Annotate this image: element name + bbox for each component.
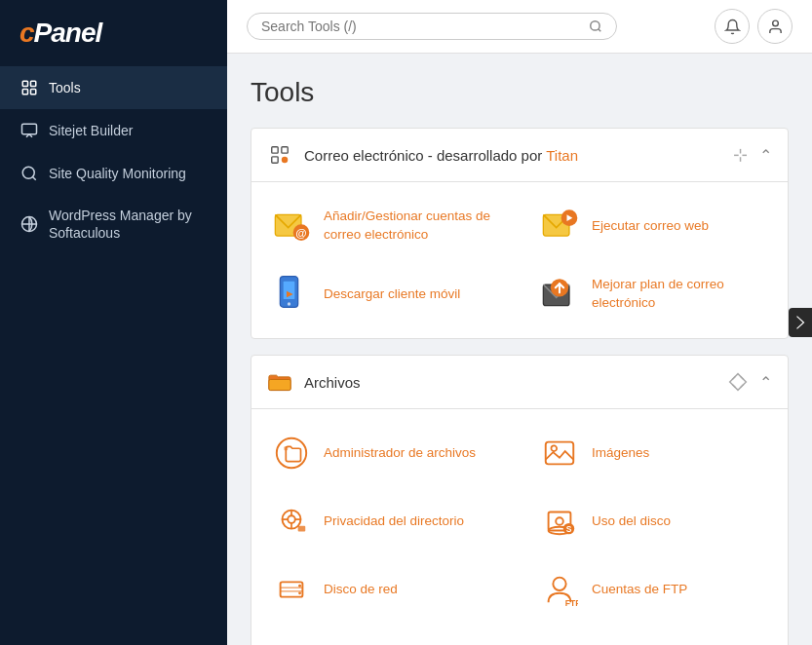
svg-rect-4: [22, 124, 37, 134]
images-item[interactable]: Imágenes: [520, 419, 788, 487]
svg-text:S: S: [566, 524, 572, 534]
network-disk-label: Disco de red: [324, 581, 398, 599]
add-email-item[interactable]: @ Añadir/Gestionar cuentas de correo ele…: [251, 192, 520, 260]
svg-point-5: [22, 167, 34, 178]
sidebar: cPanel Tools Sitejet Builder Site Qualit…: [0, 0, 227, 645]
ftp-accounts-item[interactable]: FTP Cuentas de FTP: [520, 555, 788, 624]
svg-rect-47: [281, 588, 303, 591]
email-section-title: Correo electrónico - desarrollado por Ti…: [304, 147, 714, 164]
svg-rect-14: [272, 157, 278, 163]
svg-point-50: [553, 578, 565, 590]
add-email-label: Añadir/Gestionar cuentas de correo elect…: [324, 208, 500, 245]
svg-point-48: [298, 585, 301, 588]
svg-rect-32: [546, 442, 574, 465]
network-disk-icon: [271, 569, 312, 610]
files-section: Archivos ⌃: [251, 355, 789, 645]
sidebar-item-sitejet-label: Sitejet Builder: [49, 122, 133, 139]
svg-rect-0: [22, 81, 27, 86]
sidebar-item-tools-label: Tools: [49, 79, 81, 96]
mobile-client-label: Descargar cliente móvil: [324, 285, 460, 304]
sidebar-logo: cPanel: [0, 0, 227, 66]
search-bar[interactable]: [247, 13, 617, 40]
tools-icon: [19, 78, 39, 97]
upgrade-email-item[interactable]: Mejorar plan de correo electrónico: [520, 260, 788, 328]
mobile-client-icon: [271, 274, 312, 315]
sidebar-item-wordpress-label: WordPress Manager by Softaculous: [49, 207, 208, 242]
files-drag-icon: [728, 372, 748, 392]
disk-usage-label: Uso del disco: [592, 512, 671, 531]
dir-privacy-label: Privacidad del directorio: [324, 512, 464, 531]
svg-text:@: @: [295, 226, 306, 239]
header: [227, 0, 812, 54]
svg-rect-3: [31, 90, 36, 95]
sidebar-item-site-quality[interactable]: Site Quality Monitoring: [0, 152, 227, 195]
dir-privacy-icon: [271, 501, 312, 542]
svg-rect-40: [298, 526, 306, 532]
email-section-icon: [267, 142, 292, 168]
images-label: Imágenes: [592, 444, 649, 463]
files-chevron-up-icon: ⌃: [759, 373, 772, 392]
chevron-up-icon: ⌃: [759, 146, 772, 165]
sidebar-item-tools[interactable]: Tools: [0, 66, 227, 109]
svg-point-11: [772, 20, 778, 26]
svg-point-43: [556, 517, 563, 525]
webmail-item[interactable]: Ejecutar correo web: [520, 192, 788, 260]
file-manager-item[interactable]: Administrador de archivos: [251, 419, 520, 487]
ftp-anon-item[interactable]: FTP FTP anónimo: [520, 624, 788, 645]
floating-badge[interactable]: [789, 308, 812, 337]
mobile-client-item[interactable]: Descargar cliente móvil: [251, 260, 520, 328]
svg-point-30: [277, 438, 306, 468]
wordpress-icon: [19, 214, 39, 234]
ftp-anon-icon: FTP: [539, 637, 580, 645]
svg-point-9: [591, 21, 599, 30]
svg-text:FTP: FTP: [565, 598, 578, 608]
svg-rect-23: [284, 282, 295, 299]
svg-line-10: [599, 29, 601, 32]
upgrade-email-icon: [539, 274, 580, 315]
search-input[interactable]: [261, 19, 581, 34]
images-icon: [539, 433, 580, 474]
email-section-grid: @ Añadir/Gestionar cuentas de correo ele…: [251, 182, 788, 338]
main-content: Tools Correo electrónico - desarrollado …: [227, 0, 812, 645]
svg-rect-29: [269, 379, 290, 390]
files-section-header[interactable]: Archivos ⌃: [251, 356, 788, 409]
dir-privacy-item[interactable]: Privacidad del directorio: [251, 487, 520, 555]
file-manager-label: Administrador de archivos: [324, 444, 476, 463]
ftp-accounts-icon: FTP: [539, 569, 580, 610]
svg-point-49: [298, 591, 301, 594]
search-icon: [589, 19, 602, 33]
webmail-label: Ejecutar correo web: [592, 217, 709, 236]
sidebar-item-sitejet[interactable]: Sitejet Builder: [0, 109, 227, 152]
email-section: Correo electrónico - desarrollado por Ti…: [251, 128, 789, 339]
upgrade-email-label: Mejorar plan de correo electrónico: [592, 276, 768, 313]
files-section-title: Archivos: [304, 374, 709, 391]
add-email-icon: @: [271, 206, 312, 247]
drag-icon: ⊹: [733, 144, 748, 166]
webmail-icon: [539, 206, 580, 247]
notifications-button[interactable]: [715, 9, 750, 44]
svg-rect-31: [284, 446, 288, 450]
svg-rect-1: [31, 81, 36, 86]
sitejet-icon: [19, 121, 39, 140]
ftp-connections-icon: FTP: [271, 637, 312, 645]
magnify-icon: [19, 164, 39, 183]
svg-point-35: [288, 515, 295, 523]
svg-point-15: [282, 157, 288, 163]
svg-rect-46: [281, 582, 303, 596]
page-title: Tools: [251, 77, 789, 108]
header-icons: [715, 9, 793, 44]
files-section-icon: [267, 369, 292, 395]
files-section-grid: Administrador de archivos Imágenes: [251, 409, 788, 645]
sidebar-item-site-quality-label: Site Quality Monitoring: [49, 165, 186, 182]
network-disk-item[interactable]: Disco de red: [251, 555, 520, 624]
file-manager-icon: [271, 433, 312, 474]
ftp-accounts-label: Cuentas de FTP: [592, 581, 687, 599]
content-area: Tools Correo electrónico - desarrollado …: [227, 54, 812, 645]
email-section-header[interactable]: Correo electrónico - desarrollado por Ti…: [251, 129, 788, 182]
user-menu-button[interactable]: [757, 9, 793, 44]
svg-rect-2: [22, 90, 27, 95]
disk-usage-item[interactable]: S Uso del disco: [520, 487, 788, 555]
ftp-connections-item[interactable]: FTP Conexiones de FTP: [251, 624, 520, 645]
logo-text: cPanel: [19, 18, 101, 48]
sidebar-item-wordpress[interactable]: WordPress Manager by Softaculous: [0, 195, 227, 253]
